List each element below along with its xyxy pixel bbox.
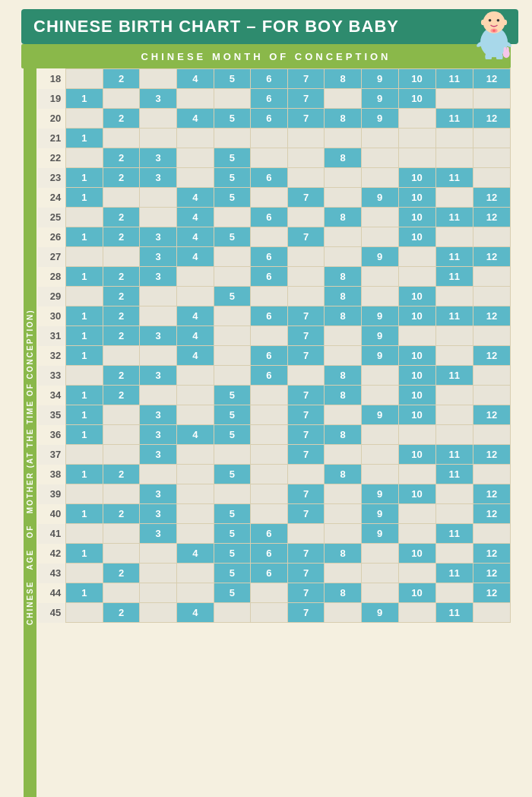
- month-cell: 2: [103, 564, 140, 583]
- month-cell: [103, 484, 140, 504]
- month-cell: 2: [103, 69, 140, 89]
- month-cell: [176, 287, 214, 306]
- month-cell: [140, 129, 177, 148]
- month-cell: [361, 425, 398, 445]
- month-cell: [251, 148, 288, 168]
- month-cell: 10: [398, 366, 435, 386]
- month-cell: [435, 188, 473, 208]
- table-row: 252468101112: [38, 208, 511, 227]
- month-cell: 12: [473, 109, 510, 129]
- month-cell: 12: [473, 69, 510, 89]
- month-cell: [325, 247, 362, 267]
- month-cell: [66, 109, 103, 129]
- month-cell: 10: [398, 583, 435, 603]
- month-cell: 9: [361, 188, 398, 208]
- month-cell: 8: [325, 306, 362, 326]
- month-cell: [325, 188, 362, 208]
- month-cell: [435, 544, 473, 564]
- month-cell: [66, 208, 103, 227]
- age-label: 24: [38, 188, 66, 208]
- table-row: 341257810: [38, 386, 511, 405]
- sub-header-text: CHINESE MONTH OF CONCEPTION: [141, 51, 391, 62]
- month-cell: [473, 227, 510, 247]
- age-label: 22: [38, 148, 66, 168]
- age-label: 44: [38, 583, 66, 603]
- month-cell: [140, 603, 177, 623]
- month-cell: [214, 484, 251, 504]
- month-cell: 11: [435, 208, 473, 227]
- month-cell: [287, 524, 325, 544]
- month-cell: [398, 326, 435, 346]
- month-cell: 5: [214, 188, 251, 208]
- month-cell: [214, 603, 251, 623]
- month-cell: 6: [251, 208, 288, 227]
- month-cell: 1: [66, 129, 103, 148]
- month-cell: [176, 129, 214, 148]
- month-cell: [398, 603, 435, 623]
- month-cell: 8: [325, 544, 362, 564]
- month-cell: [473, 148, 510, 168]
- month-cell: [435, 386, 473, 405]
- month-cell: 11: [435, 603, 473, 623]
- month-cell: [214, 346, 251, 366]
- month-cell: 5: [214, 109, 251, 129]
- month-cell: 10: [398, 306, 435, 326]
- month-cell: 7: [287, 346, 325, 366]
- month-cell: 4: [176, 247, 214, 267]
- month-cell: [361, 287, 398, 306]
- month-cell: [103, 89, 140, 109]
- month-cell: 4: [176, 208, 214, 227]
- age-label: 29: [38, 287, 66, 306]
- month-cell: 9: [361, 326, 398, 346]
- month-cell: 6: [251, 168, 288, 188]
- month-cell: 2: [103, 208, 140, 227]
- month-cell: 1: [66, 306, 103, 326]
- month-cell: 5: [214, 544, 251, 564]
- month-cell: [251, 405, 288, 425]
- age-label: 34: [38, 386, 66, 405]
- month-cell: 10: [398, 544, 435, 564]
- month-cell: [176, 524, 214, 544]
- month-cell: [473, 603, 510, 623]
- svg-point-3: [492, 29, 496, 32]
- table-row: 191367910: [38, 89, 511, 109]
- month-cell: [473, 129, 510, 148]
- month-cell: 11: [435, 247, 473, 267]
- month-cell: [398, 247, 435, 267]
- month-cell: 4: [176, 109, 214, 129]
- month-cell: 2: [103, 168, 140, 188]
- svg-point-7: [503, 20, 507, 25]
- month-cell: [287, 168, 325, 188]
- month-cell: 7: [287, 425, 325, 445]
- month-cell: 11: [435, 445, 473, 465]
- month-cell: [251, 386, 288, 405]
- month-cell: [140, 287, 177, 306]
- svg-point-14: [506, 47, 509, 52]
- month-cell: [287, 287, 325, 306]
- table-row: 35135791012: [38, 405, 511, 425]
- month-cell: 5: [214, 405, 251, 425]
- month-cell: [287, 148, 325, 168]
- age-label: 18: [38, 69, 66, 89]
- month-cell: 1: [66, 326, 103, 346]
- month-cell: [214, 445, 251, 465]
- month-cell: 5: [214, 504, 251, 524]
- age-label: 30: [38, 306, 66, 326]
- month-cell: 2: [103, 227, 140, 247]
- month-cell: [251, 484, 288, 504]
- month-cell: [66, 247, 103, 267]
- table-row: 2734691112: [38, 247, 511, 267]
- month-cell: 5: [214, 148, 251, 168]
- month-cell: 12: [473, 544, 510, 564]
- month-cell: 12: [473, 445, 510, 465]
- svg-point-5: [497, 19, 500, 22]
- month-cell: 3: [140, 267, 177, 287]
- month-cell: [103, 544, 140, 564]
- table-row: 2024567891112: [38, 109, 511, 129]
- month-cell: 3: [140, 524, 177, 544]
- month-cell: 3: [140, 405, 177, 425]
- month-cell: 3: [140, 168, 177, 188]
- month-cell: [140, 386, 177, 405]
- month-cell: 4: [176, 603, 214, 623]
- month-cell: 8: [325, 366, 362, 386]
